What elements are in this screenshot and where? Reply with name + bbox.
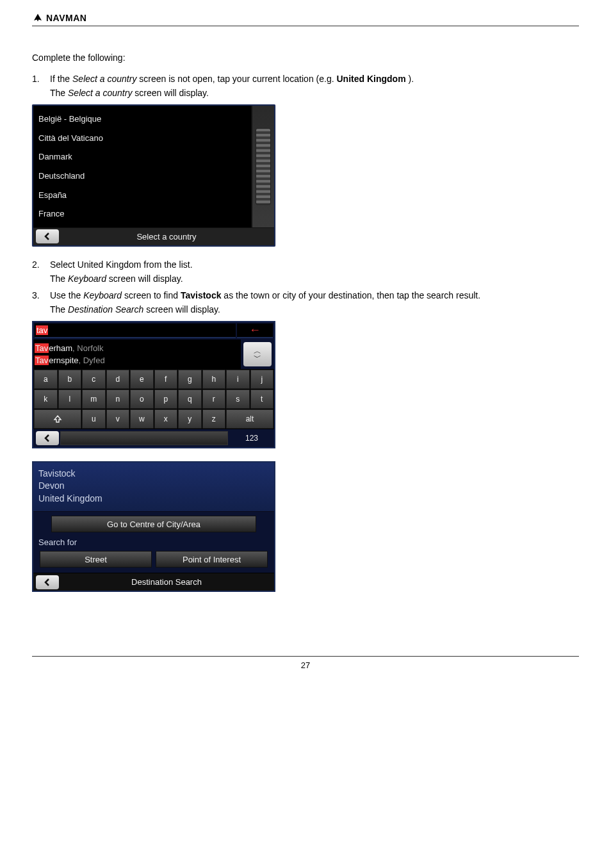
key-d[interactable]: d — [106, 370, 130, 389]
location-region: Devon — [38, 480, 269, 493]
country-item[interactable]: Deutschland — [38, 170, 246, 182]
back-button[interactable] — [36, 575, 59, 589]
step-2: 2. Select United Kingdom from the list. … — [32, 259, 579, 284]
intro-text: Complete the following: — [32, 52, 579, 65]
key-g[interactable]: g — [178, 370, 202, 389]
chevron-left-icon — [44, 233, 51, 240]
navman-logo-icon — [32, 13, 44, 23]
screen-title: Destination Search — [59, 577, 274, 587]
street-button[interactable]: Street — [40, 551, 152, 568]
step-1: 1. If the Select a country screen is not… — [32, 74, 579, 98]
space-key[interactable] — [60, 431, 228, 445]
key-c[interactable]: c — [82, 370, 106, 389]
step-1-number: 1. — [32, 74, 44, 98]
back-button[interactable] — [36, 229, 59, 243]
page-header: NAVMAN — [32, 13, 579, 26]
key-r[interactable]: r — [202, 389, 226, 409]
key-o[interactable]: o — [130, 389, 154, 409]
poi-button[interactable]: Point of Interest — [156, 551, 268, 568]
brand-text: NAVMAN — [46, 13, 86, 23]
location-country: United Kingdom — [38, 493, 269, 505]
location-city: Tavistock — [38, 468, 269, 480]
key-k[interactable]: k — [34, 389, 58, 409]
key-l[interactable]: l — [58, 389, 82, 409]
page-footer: 27 — [32, 656, 579, 670]
key-p[interactable]: p — [154, 389, 178, 409]
search-input[interactable]: tav — [35, 323, 236, 338]
chevron-left-icon — [44, 578, 51, 586]
key-z[interactable]: z — [202, 409, 226, 429]
search-for-label: Search for — [33, 536, 274, 548]
expand-results-button[interactable]: ︿ ﹀ — [243, 342, 272, 366]
numeric-key[interactable]: 123 — [229, 434, 274, 443]
key-n[interactable]: n — [106, 389, 130, 409]
key-x[interactable]: x — [154, 409, 178, 429]
key-v[interactable]: v — [106, 409, 130, 429]
shift-icon — [53, 414, 62, 423]
key-h[interactable]: h — [202, 370, 226, 389]
keyboard: a b c d e f g h i j k l m n o p q r s t … — [33, 369, 274, 429]
screen-title: Select a country — [59, 232, 274, 242]
step-2-text: Select United Kingdom from the list. — [50, 259, 193, 270]
key-e[interactable]: e — [130, 370, 154, 389]
chevron-down-icon: ﹀ — [254, 354, 261, 361]
country-item[interactable]: Danmark — [38, 151, 246, 163]
shift-key[interactable] — [34, 409, 81, 429]
key-t[interactable]: t — [250, 389, 274, 409]
backspace-button[interactable]: ← — [237, 323, 273, 338]
key-s[interactable]: s — [226, 389, 250, 409]
key-q[interactable]: q — [178, 389, 202, 409]
key-u[interactable]: u — [82, 409, 106, 429]
keyboard-screen: tav ← Taverham, Norfolk Tavernspite, Dyf… — [32, 321, 275, 448]
key-f[interactable]: f — [154, 370, 178, 389]
key-j[interactable]: j — [250, 370, 274, 389]
alt-key[interactable]: alt — [226, 409, 273, 429]
country-item[interactable]: France — [38, 208, 246, 220]
destination-search-screen: Tavistock Devon United Kingdom Go to Cen… — [32, 461, 275, 593]
search-results: Taverham, Norfolk Tavernspite, Dyfed — [33, 340, 241, 369]
selected-location: Tavistock Devon United Kingdom — [33, 463, 274, 512]
country-list: België - Belgique Città del Vaticano Dan… — [33, 106, 251, 227]
page-number: 27 — [301, 660, 310, 670]
scroll-knob-icon[interactable] — [256, 128, 271, 205]
step-1-body: If the Select a country screen is not op… — [50, 74, 414, 98]
step-3-number: 3. — [32, 290, 44, 315]
key-i[interactable]: i — [226, 370, 250, 389]
chevron-left-icon — [44, 434, 51, 442]
go-to-centre-button[interactable]: Go to Centre of City/Area — [51, 516, 256, 532]
key-w[interactable]: w — [130, 409, 154, 429]
country-item[interactable]: België - Belgique — [38, 113, 246, 125]
key-a[interactable]: a — [34, 370, 58, 389]
step-2-number: 2. — [32, 259, 44, 284]
key-b[interactable]: b — [58, 370, 82, 389]
country-item[interactable]: Città del Vaticano — [38, 132, 246, 144]
result-item[interactable]: Tavernspite, Dyfed — [35, 354, 240, 366]
back-button[interactable] — [36, 431, 59, 445]
country-item[interactable]: España — [38, 189, 246, 201]
step-3: 3. Use the Keyboard screen to find Tavis… — [32, 290, 579, 315]
result-item[interactable]: Taverham, Norfolk — [35, 342, 240, 354]
key-y[interactable]: y — [178, 409, 202, 429]
backspace-arrow-icon: ← — [249, 323, 261, 337]
key-m[interactable]: m — [82, 389, 106, 409]
country-scrollbar[interactable] — [251, 106, 274, 227]
select-country-screen: België - Belgique Città del Vaticano Dan… — [32, 104, 275, 247]
